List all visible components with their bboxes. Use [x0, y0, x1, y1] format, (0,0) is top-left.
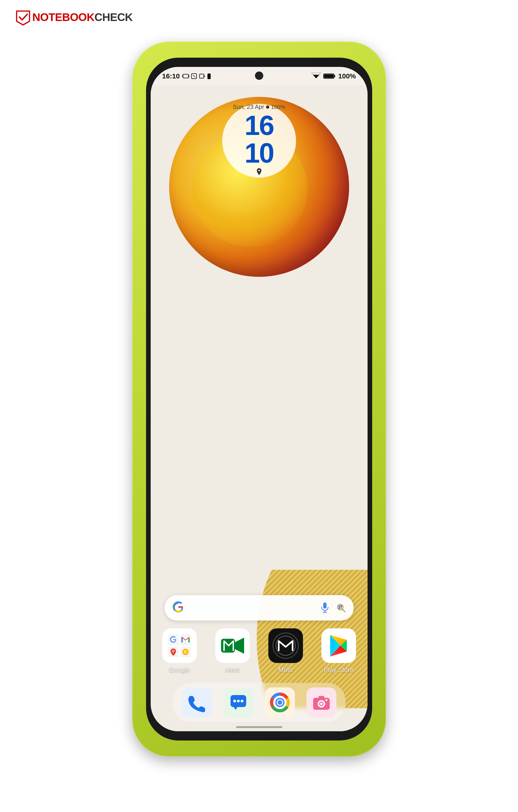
app-playstore-label: Play Store — [324, 666, 353, 674]
search-lens-button[interactable] — [335, 602, 347, 614]
svg-marker-7 — [204, 75, 205, 77]
svg-point-45 — [278, 700, 282, 705]
dock-phone[interactable] — [182, 688, 212, 718]
svg-marker-34 — [235, 638, 244, 654]
battery-icon — [323, 73, 336, 79]
microphone-icon — [320, 602, 329, 614]
svg-point-21 — [339, 605, 340, 607]
playstore-icon[interactable] — [321, 628, 356, 663]
status-left: 16:10 — [162, 72, 211, 80]
clock-widget[interactable]: Sun, 23 Apr 100% 16 10 — [222, 104, 296, 178]
svg-point-39 — [233, 700, 236, 702]
moto-icon[interactable] — [268, 628, 303, 663]
svg-point-16 — [259, 174, 260, 175]
svg-rect-14 — [334, 75, 335, 77]
app-google-label: Google — [169, 666, 190, 674]
svg-point-49 — [320, 702, 323, 705]
svg-point-40 — [237, 700, 240, 702]
dock-messages[interactable] — [223, 688, 253, 718]
svg-point-30 — [173, 650, 174, 652]
vibrate-icon — [182, 73, 189, 79]
status-icons — [182, 73, 211, 79]
svg-text:G: G — [184, 650, 187, 654]
app-moto[interactable]: Moto — [266, 628, 305, 674]
app-moto-label: Moto — [278, 666, 293, 674]
app-playstore[interactable]: Play Store — [319, 628, 358, 674]
svg-rect-27 — [181, 637, 183, 638]
battery-small-icon — [207, 73, 211, 79]
google-maps-cell — [168, 647, 179, 657]
search-bar-container[interactable] — [165, 595, 354, 620]
google-ads-icon: G — [181, 648, 190, 656]
clock-minute: 10 — [244, 139, 274, 167]
status-time: 16:10 — [162, 72, 180, 80]
phone-call-icon — [188, 693, 206, 712]
svg-point-22 — [340, 605, 342, 607]
maps-icon — [169, 648, 177, 656]
svg-point-41 — [241, 700, 243, 702]
screen-record-icon — [199, 73, 206, 79]
camera-icon — [312, 693, 330, 712]
svg-rect-10 — [208, 74, 210, 79]
clock-date: Sun, 23 Apr 100% — [233, 103, 285, 111]
moto-logo — [272, 632, 299, 660]
battery-percent: 100% — [338, 72, 356, 80]
clock-location — [256, 168, 262, 178]
svg-rect-15 — [324, 74, 334, 78]
google-grid: G — [168, 634, 191, 657]
google-ads-cell: G — [180, 647, 191, 657]
logo-icon — [14, 9, 32, 25]
meet-icon[interactable] — [215, 628, 250, 663]
screenshot-icon — [191, 73, 197, 79]
home-indicator — [236, 726, 282, 728]
svg-rect-1 — [183, 74, 189, 78]
play-store-logo — [326, 633, 351, 658]
clock-hour: 16 — [244, 111, 274, 139]
clock-battery-dot — [266, 106, 269, 109]
svg-rect-28 — [188, 637, 190, 638]
svg-rect-6 — [200, 74, 204, 78]
google-g-cell — [168, 634, 179, 645]
svg-point-36 — [273, 633, 298, 658]
status-bar: 16:10 — [151, 67, 368, 85]
phone-screen: 16:10 — [151, 67, 368, 731]
lens-icon — [336, 603, 346, 613]
dock — [173, 683, 346, 722]
svg-line-5 — [193, 75, 195, 77]
google-g-icon — [171, 601, 185, 615]
gmail-cell — [180, 634, 191, 645]
logo-check-word: CHECK — [94, 11, 133, 24]
google-g-letter — [169, 636, 177, 644]
status-right: 100% — [312, 72, 356, 80]
svg-point-24 — [340, 607, 342, 609]
clock-battery-percent: 100% — [271, 104, 285, 110]
wallpaper: Sun, 23 Apr 100% 16 10 — [151, 85, 368, 731]
svg-point-51 — [325, 699, 327, 701]
app-google[interactable]: G Google — [160, 628, 199, 674]
camera-notch — [255, 71, 263, 80]
svg-rect-50 — [319, 696, 324, 699]
app-meet-label: Meet — [225, 666, 239, 674]
dock-chrome[interactable] — [265, 688, 295, 718]
google-search-bar[interactable] — [165, 595, 354, 620]
svg-point-23 — [339, 607, 340, 609]
messages-icon — [229, 693, 248, 712]
google-icon[interactable]: G — [162, 628, 197, 663]
dock-camera[interactable] — [307, 688, 337, 718]
search-mic-button[interactable] — [319, 602, 330, 614]
app-row: G Google — [160, 628, 358, 674]
chrome-icon — [271, 693, 289, 712]
svg-rect-9 — [208, 74, 210, 74]
phone-device: 16:10 — [132, 41, 386, 757]
app-meet[interactable]: Meet — [213, 628, 252, 674]
gmail-icon — [181, 636, 190, 643]
phone-body: 16:10 — [146, 58, 372, 741]
svg-rect-17 — [323, 603, 326, 609]
meet-logo — [220, 635, 245, 656]
notebookcheck-logo: NOTEBOOKCHECK — [14, 9, 133, 25]
wifi-icon — [312, 73, 321, 79]
logo-notebook: NOTEBOOK — [32, 11, 94, 24]
